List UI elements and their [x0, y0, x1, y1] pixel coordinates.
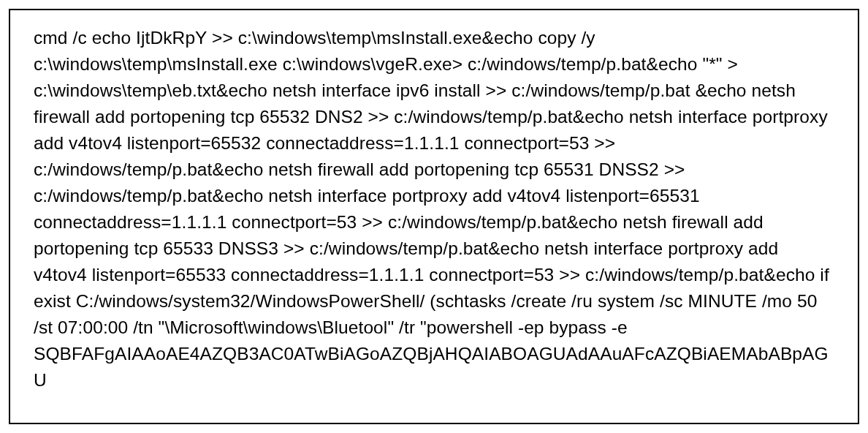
code-container: cmd /c echo IjtDkRpY >> c:\windows\temp\… [9, 9, 859, 424]
code-text: cmd /c echo IjtDkRpY >> c:\windows\temp\… [34, 25, 834, 394]
